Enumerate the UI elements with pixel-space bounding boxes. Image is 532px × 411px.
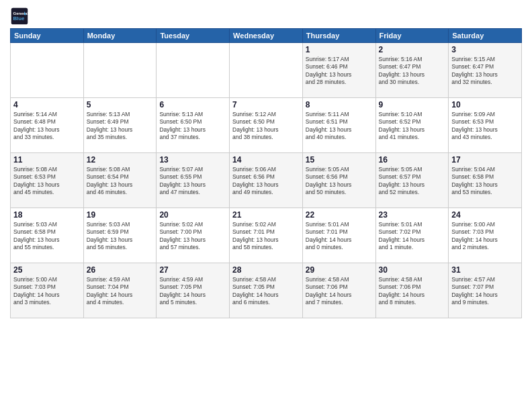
weekday-header-thursday: Thursday <box>302 29 375 43</box>
calendar-cell: 19Sunrise: 5:03 AM Sunset: 6:59 PM Dayli… <box>83 208 157 263</box>
day-number: 14 <box>232 155 300 165</box>
week-row-3: 11Sunrise: 5:08 AM Sunset: 6:53 PM Dayli… <box>11 153 522 208</box>
day-info: Sunrise: 5:05 AM Sunset: 6:56 PM Dayligh… <box>306 166 373 197</box>
day-number: 6 <box>159 100 226 109</box>
day-info: Sunrise: 5:13 AM Sunset: 6:49 PM Dayligh… <box>87 111 154 142</box>
day-info: Sunrise: 5:12 AM Sunset: 6:50 PM Dayligh… <box>232 111 300 142</box>
day-number: 29 <box>306 265 373 275</box>
day-number: 22 <box>306 210 373 220</box>
weekday-header-sunday: Sunday <box>11 29 84 43</box>
day-info: Sunrise: 5:14 AM Sunset: 6:48 PM Dayligh… <box>13 111 81 142</box>
calendar-cell <box>83 43 157 98</box>
calendar-cell: 18Sunrise: 5:03 AM Sunset: 6:58 PM Dayli… <box>11 208 84 263</box>
day-info: Sunrise: 5:01 AM Sunset: 7:01 PM Dayligh… <box>306 221 373 252</box>
calendar-cell: 27Sunrise: 4:59 AM Sunset: 7:05 PM Dayli… <box>157 263 230 318</box>
day-number: 17 <box>451 155 519 165</box>
calendar-cell: 28Sunrise: 4:58 AM Sunset: 7:05 PM Dayli… <box>230 263 303 318</box>
day-info: Sunrise: 4:59 AM Sunset: 7:04 PM Dayligh… <box>87 276 154 307</box>
day-number: 11 <box>13 155 81 165</box>
weekday-header-monday: Monday <box>83 29 157 43</box>
calendar-cell: 2Sunrise: 5:16 AM Sunset: 6:47 PM Daylig… <box>375 43 449 98</box>
day-number: 5 <box>87 100 154 109</box>
day-info: Sunrise: 5:16 AM Sunset: 6:47 PM Dayligh… <box>379 56 446 87</box>
day-number: 31 <box>451 265 519 275</box>
calendar-cell: 25Sunrise: 5:00 AM Sunset: 7:03 PM Dayli… <box>11 263 84 318</box>
day-info: Sunrise: 5:00 AM Sunset: 7:03 PM Dayligh… <box>13 276 81 307</box>
calendar-cell: 6Sunrise: 5:13 AM Sunset: 6:50 PM Daylig… <box>157 98 230 153</box>
day-info: Sunrise: 5:09 AM Sunset: 6:53 PM Dayligh… <box>451 111 519 142</box>
day-number: 9 <box>379 100 446 109</box>
day-info: Sunrise: 5:08 AM Sunset: 6:54 PM Dayligh… <box>87 166 154 197</box>
day-number: 12 <box>87 155 154 165</box>
calendar-cell: 24Sunrise: 5:00 AM Sunset: 7:03 PM Dayli… <box>449 208 522 263</box>
day-info: Sunrise: 5:03 AM Sunset: 6:59 PM Dayligh… <box>87 221 154 252</box>
svg-text:Blue: Blue <box>13 15 25 21</box>
calendar-cell: 22Sunrise: 5:01 AM Sunset: 7:01 PM Dayli… <box>302 208 375 263</box>
calendar-container: General Blue SundayMondayTuesdayWednesda… <box>0 0 532 411</box>
day-info: Sunrise: 4:59 AM Sunset: 7:05 PM Dayligh… <box>159 276 226 307</box>
calendar-cell: 12Sunrise: 5:08 AM Sunset: 6:54 PM Dayli… <box>83 153 157 208</box>
day-info: Sunrise: 5:01 AM Sunset: 7:02 PM Dayligh… <box>379 221 446 252</box>
weekday-header-friday: Friday <box>375 29 449 43</box>
calendar-cell: 17Sunrise: 5:04 AM Sunset: 6:58 PM Dayli… <box>449 153 522 208</box>
day-number: 13 <box>159 155 226 165</box>
day-number: 28 <box>232 265 300 275</box>
day-info: Sunrise: 4:58 AM Sunset: 7:05 PM Dayligh… <box>232 276 300 307</box>
calendar-cell: 21Sunrise: 5:02 AM Sunset: 7:01 PM Dayli… <box>230 208 303 263</box>
day-number: 8 <box>306 100 373 109</box>
calendar-cell: 5Sunrise: 5:13 AM Sunset: 6:49 PM Daylig… <box>83 98 157 153</box>
calendar-cell: 16Sunrise: 5:05 AM Sunset: 6:57 PM Dayli… <box>375 153 449 208</box>
calendar-cell: 13Sunrise: 5:07 AM Sunset: 6:55 PM Dayli… <box>157 153 230 208</box>
day-info: Sunrise: 5:04 AM Sunset: 6:58 PM Dayligh… <box>451 166 519 197</box>
logo: General Blue <box>10 7 29 26</box>
calendar-cell <box>11 43 84 98</box>
calendar-cell: 30Sunrise: 4:58 AM Sunset: 7:06 PM Dayli… <box>375 263 449 318</box>
day-info: Sunrise: 5:00 AM Sunset: 7:03 PM Dayligh… <box>451 221 519 252</box>
calendar-cell <box>230 43 303 98</box>
day-number: 10 <box>451 100 519 109</box>
week-row-4: 18Sunrise: 5:03 AM Sunset: 6:58 PM Dayli… <box>11 208 522 263</box>
calendar-cell: 9Sunrise: 5:10 AM Sunset: 6:52 PM Daylig… <box>375 98 449 153</box>
calendar-cell: 14Sunrise: 5:06 AM Sunset: 6:56 PM Dayli… <box>230 153 303 208</box>
day-number: 15 <box>306 155 373 165</box>
week-row-2: 4Sunrise: 5:14 AM Sunset: 6:48 PM Daylig… <box>11 98 522 153</box>
weekday-header-row: SundayMondayTuesdayWednesdayThursdayFrid… <box>11 29 522 43</box>
day-info: Sunrise: 5:03 AM Sunset: 6:58 PM Dayligh… <box>13 221 81 252</box>
day-number: 16 <box>379 155 446 165</box>
day-info: Sunrise: 5:15 AM Sunset: 6:47 PM Dayligh… <box>451 56 519 87</box>
day-number: 27 <box>159 265 226 275</box>
day-number: 20 <box>159 210 226 220</box>
day-number: 3 <box>451 45 519 54</box>
day-info: Sunrise: 5:13 AM Sunset: 6:50 PM Dayligh… <box>159 111 226 142</box>
day-info: Sunrise: 5:02 AM Sunset: 7:00 PM Dayligh… <box>159 221 226 252</box>
week-row-5: 25Sunrise: 5:00 AM Sunset: 7:03 PM Dayli… <box>11 263 522 318</box>
day-number: 24 <box>451 210 519 220</box>
day-info: Sunrise: 5:06 AM Sunset: 6:56 PM Dayligh… <box>232 166 300 197</box>
calendar-cell: 1Sunrise: 5:17 AM Sunset: 6:46 PM Daylig… <box>302 43 375 98</box>
calendar-cell: 23Sunrise: 5:01 AM Sunset: 7:02 PM Dayli… <box>375 208 449 263</box>
day-info: Sunrise: 5:02 AM Sunset: 7:01 PM Dayligh… <box>232 221 300 252</box>
weekday-header-wednesday: Wednesday <box>230 29 303 43</box>
calendar-cell: 15Sunrise: 5:05 AM Sunset: 6:56 PM Dayli… <box>302 153 375 208</box>
day-info: Sunrise: 5:17 AM Sunset: 6:46 PM Dayligh… <box>306 56 373 87</box>
day-info: Sunrise: 5:07 AM Sunset: 6:55 PM Dayligh… <box>159 166 226 197</box>
calendar-cell: 8Sunrise: 5:11 AM Sunset: 6:51 PM Daylig… <box>302 98 375 153</box>
calendar-cell: 31Sunrise: 4:57 AM Sunset: 7:07 PM Dayli… <box>449 263 522 318</box>
calendar-cell: 4Sunrise: 5:14 AM Sunset: 6:48 PM Daylig… <box>11 98 84 153</box>
day-number: 2 <box>379 45 446 54</box>
calendar-table: SundayMondayTuesdayWednesdayThursdayFrid… <box>10 28 522 318</box>
day-info: Sunrise: 5:05 AM Sunset: 6:57 PM Dayligh… <box>379 166 446 197</box>
day-info: Sunrise: 4:57 AM Sunset: 7:07 PM Dayligh… <box>451 276 519 307</box>
day-number: 18 <box>13 210 81 220</box>
calendar-cell <box>157 43 230 98</box>
week-row-1: 1Sunrise: 5:17 AM Sunset: 6:46 PM Daylig… <box>11 43 522 98</box>
header: General Blue <box>10 7 522 26</box>
weekday-header-tuesday: Tuesday <box>157 29 230 43</box>
day-info: Sunrise: 5:08 AM Sunset: 6:53 PM Dayligh… <box>13 166 81 197</box>
calendar-cell: 10Sunrise: 5:09 AM Sunset: 6:53 PM Dayli… <box>449 98 522 153</box>
day-number: 19 <box>87 210 154 220</box>
day-number: 25 <box>13 265 81 275</box>
weekday-header-saturday: Saturday <box>449 29 522 43</box>
calendar-cell: 20Sunrise: 5:02 AM Sunset: 7:00 PM Dayli… <box>157 208 230 263</box>
day-info: Sunrise: 5:11 AM Sunset: 6:51 PM Dayligh… <box>306 111 373 142</box>
